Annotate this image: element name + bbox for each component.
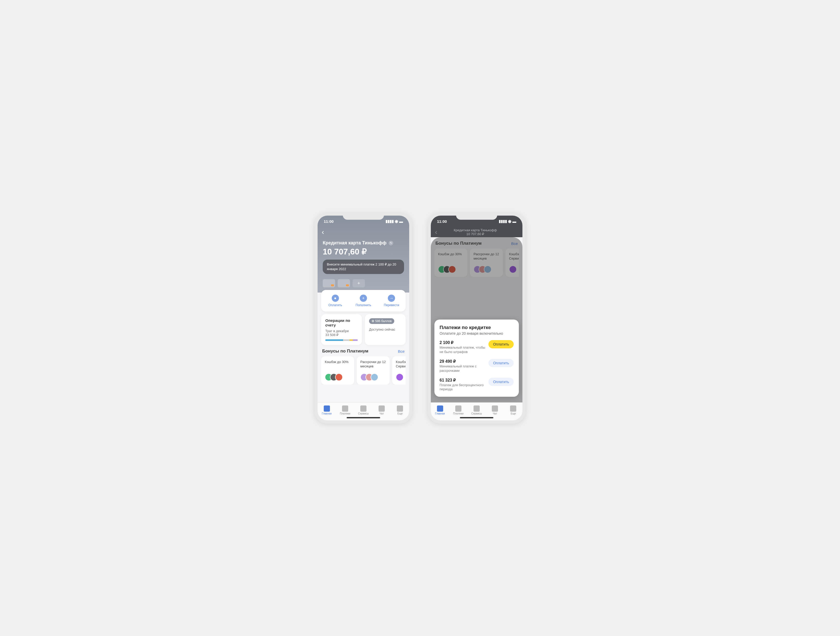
tab-home[interactable]: Главная — [317, 402, 336, 420]
bonus-card-cashback-2[interactable]: Кэшбэк 50% в Серви — [392, 356, 406, 385]
bonus-text: Кэшбэк 50% в Серви — [396, 360, 406, 369]
card-title: Кредитная карта Тинькофф — [323, 240, 387, 246]
add-card-button[interactable]: + — [352, 279, 365, 287]
operations-tile[interactable]: Операции по счету Трат в декабре 33 508 … — [321, 314, 362, 345]
bonus-icons — [360, 373, 386, 381]
points-sub: Доступно сейчас — [369, 328, 401, 331]
card-title-row: Кредитная карта Тинькофф ✎ — [317, 237, 409, 246]
progress-seg-1 — [325, 339, 343, 341]
bonus-icons — [396, 373, 406, 381]
operations-sub1: Трат в декабре — [325, 329, 358, 333]
pay-icon: ● — [332, 295, 339, 302]
action-topup-label: Пополнить — [356, 303, 371, 307]
wifi-icon: ◉ — [508, 219, 512, 224]
notch — [456, 213, 497, 220]
merchant-icon — [335, 373, 343, 381]
action-pay-label: Оплатить — [328, 303, 342, 307]
home-icon — [437, 406, 443, 412]
bonus-icons — [325, 373, 351, 381]
phone-right: 11:00 ▮▮▮▮ ◉ ▬ ‹ Кредитная карта Тинькоф… — [428, 213, 526, 423]
points-tile[interactable]: ✿ 586 баллов Доступно сейчас — [365, 314, 406, 345]
pay-button-secondary[interactable]: Оплатить — [488, 378, 514, 386]
points-badge-text: 586 баллов — [375, 319, 392, 323]
transfer-icon: → — [388, 295, 395, 302]
operations-sub2: 33 508 ₽ — [325, 333, 358, 337]
screen-left: 11:00 ▮▮▮▮ ◉ ▬ ‹ Кредитная карта Тинькоф… — [317, 216, 409, 420]
pay-desc: Минимальный платеж с рассрочками — [440, 364, 488, 373]
tab-label: Еще — [511, 412, 516, 415]
services-icon — [474, 406, 480, 412]
pay-desc: Платеж для беспроцентного периода — [440, 383, 488, 392]
progress-seg-4 — [353, 339, 358, 341]
points-badge: ✿ 586 баллов — [369, 318, 394, 324]
card-thumb-2[interactable] — [338, 279, 350, 287]
card-thumb-1[interactable] — [323, 279, 335, 287]
pay-button-primary[interactable]: Оплатить — [488, 340, 514, 348]
home-icon — [324, 406, 330, 412]
tab-label: Платежи — [453, 412, 464, 415]
pay-button-secondary[interactable]: Оплатить — [488, 359, 514, 367]
tab-more[interactable]: Еще — [504, 402, 523, 420]
balance: 10 707,60 ₽ — [317, 246, 409, 257]
payments-icon — [455, 406, 461, 412]
action-transfer[interactable]: → Перевести — [377, 295, 406, 307]
status-icons: ▮▮▮▮ ◉ ▬ — [385, 219, 403, 224]
bonus-row[interactable]: Кэшбэк до 30% Рассрочки до 12 месяцев — [321, 356, 406, 385]
tiles-row: Операции по счету Трат в декабре 33 508 … — [321, 314, 406, 345]
battery-icon: ▬ — [512, 219, 516, 224]
bonuses-title: Бонусы по Платинум — [322, 349, 368, 354]
more-icon — [397, 406, 403, 412]
merchant-icon — [371, 373, 378, 381]
status-icons: ▮▮▮▮ ◉ ▬ — [499, 219, 516, 224]
action-transfer-label: Перевести — [384, 303, 399, 307]
back-icon[interactable]: ‹ — [435, 228, 437, 236]
spend-progress — [325, 339, 358, 341]
payments-icon — [342, 406, 348, 412]
tab-label: Еще — [397, 412, 403, 415]
chat-icon — [492, 406, 498, 412]
bonuses-header: Бонусы по Платинум Все — [321, 349, 406, 356]
status-time: 11:00 — [437, 219, 447, 224]
modal-title: Платежи по кредитке — [440, 325, 514, 330]
action-topup[interactable]: + Пополнить — [349, 295, 377, 307]
pay-amount: 61 323 ₽ — [440, 378, 488, 383]
pay-amount: 2 100 ₽ — [440, 340, 488, 345]
header-small-balance: 10 707,60 ₽ — [437, 232, 513, 236]
bonus-card-installments[interactable]: Рассрочки до 12 месяцев — [357, 356, 390, 385]
merchant-icon — [396, 373, 404, 381]
content: Операции по счету Трат в декабре 33 508 … — [317, 314, 409, 385]
tab-label: Платежи — [340, 412, 351, 415]
nav-row: ‹ Кредитная карта Тинькофф 10 707,60 ₽ — [431, 227, 523, 237]
payments-modal: Платежи по кредитке Оплатите до 20 январ… — [434, 320, 519, 397]
header: 11:00 ▮▮▮▮ ◉ ▬ ‹ Кредитная карта Тинькоф… — [317, 216, 409, 292]
home-indicator[interactable] — [460, 417, 493, 418]
screen-right: 11:00 ▮▮▮▮ ◉ ▬ ‹ Кредитная карта Тинькоф… — [431, 216, 523, 420]
bonus-text: Рассрочки до 12 месяцев — [360, 360, 386, 369]
topup-icon: + — [360, 295, 367, 302]
services-icon — [360, 406, 366, 412]
edit-icon[interactable]: ✎ — [388, 241, 393, 245]
pay-row-grace: 61 323 ₽ Платеж для беспроцентного перио… — [440, 378, 514, 392]
payment-alert[interactable]: Внесите минимальный платеж 2 100 ₽ до 20… — [323, 260, 404, 274]
more-icon — [510, 406, 516, 412]
chat-icon — [379, 406, 385, 412]
bonus-card-cashback[interactable]: Кэшбэк до 30% — [321, 356, 354, 385]
header-center: Кредитная карта Тинькофф 10 707,60 ₽ — [437, 228, 513, 236]
home-indicator[interactable] — [347, 417, 380, 418]
bonus-text: Кэшбэк до 30% — [325, 360, 351, 369]
tab-label: Главная — [435, 412, 445, 415]
tab-label: Чат — [380, 412, 384, 415]
tab-more[interactable]: Еще — [391, 402, 409, 420]
signal-icon: ▮▮▮▮ — [499, 219, 507, 224]
battery-icon: ▬ — [399, 219, 403, 224]
notch — [343, 213, 384, 220]
action-pay[interactable]: ● Оплатить — [321, 295, 349, 307]
progress-seg-2 — [343, 339, 349, 341]
nav-row: ‹ — [317, 227, 409, 237]
back-icon[interactable]: ‹ — [322, 228, 324, 236]
pay-info: 2 100 ₽ Минимальный платеж, чтобы не был… — [440, 340, 488, 354]
phone-left: 11:00 ▮▮▮▮ ◉ ▬ ‹ Кредитная карта Тинькоф… — [314, 213, 412, 423]
bonuses-all-link[interactable]: Все — [398, 349, 404, 354]
pay-row-min: 2 100 ₽ Минимальный платеж, чтобы не был… — [440, 340, 514, 354]
tab-home[interactable]: Главная — [431, 402, 449, 420]
